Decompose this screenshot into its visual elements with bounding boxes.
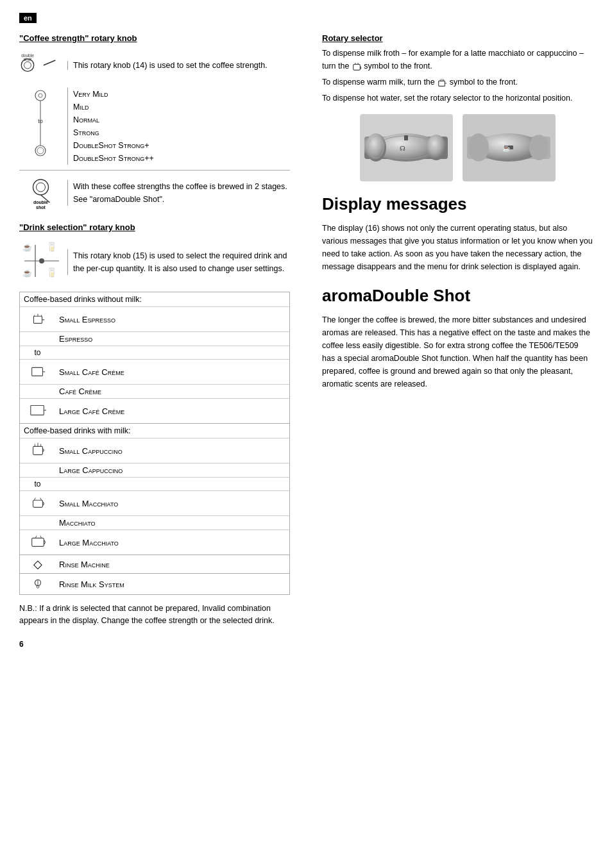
coffee-strength-title: "Coffee strength" rotary knob	[19, 33, 290, 43]
drink-selection-section: "Drink selection" rotary knob ☕ 🥛 ☕	[19, 222, 290, 627]
svg-point-65	[529, 135, 548, 160]
large-macchiato-name: Large Macchiato	[55, 536, 289, 549]
aroma-double-shot-text: The longer the coffee is brewed, the mor…	[322, 313, 593, 390]
svg-rect-31	[30, 405, 44, 415]
svg-text:☊: ☊	[400, 145, 405, 152]
small-cafe-creme-row: Small Café Crème	[20, 360, 289, 385]
large-cafe-creme-name: Large Café Crème	[55, 405, 289, 418]
very-mild: Very Mild	[73, 88, 290, 101]
small-macchiato-row: Small Macchiato	[20, 491, 289, 516]
large-cappuccino-icon	[20, 469, 55, 472]
svg-text:shot: shot	[36, 205, 46, 210]
drinks-no-milk-section: Coffee-based drinks without milk: Small …	[19, 292, 290, 424]
right-column: Rotary selector To dispense milk froth –…	[316, 33, 593, 649]
normal: Normal	[73, 113, 290, 126]
svg-rect-46	[353, 64, 361, 70]
svg-point-64	[468, 133, 489, 162]
small-cappuccino-icon	[20, 438, 55, 463]
rinse-milk-row: Rinse Milk System	[19, 574, 290, 595]
small-cafe-creme-icon	[20, 360, 55, 384]
cafe-creme-name: Café Crème	[55, 385, 289, 398]
milk-header: Coffee-based drinks with milk:	[20, 424, 289, 438]
large-macchiato-row: Large Macchiato	[20, 530, 289, 555]
svg-rect-37	[33, 500, 42, 507]
svg-rect-60	[404, 135, 408, 140]
svg-text:to: to	[38, 118, 43, 124]
small-espresso-name: Small Espresso	[55, 313, 289, 326]
double-shot-icon: double shot	[19, 174, 61, 211]
svg-point-1	[24, 62, 31, 69]
svg-text:☕: ☕	[22, 268, 32, 278]
strong: Strong	[73, 126, 290, 139]
doubleshot-strong-plusplus: DoubleShot Strong++	[73, 152, 290, 165]
rinse-milk-name: Rinse Milk System	[55, 578, 289, 591]
svg-text:double: double	[33, 200, 48, 204]
small-macchiato-icon	[20, 491, 55, 515]
cafe-creme-icon	[20, 390, 55, 394]
drink-sel-intro-row: ☕ 🥛 ☕ 🥛 This rotary knob (15)	[19, 238, 290, 285]
espresso-row: Espresso	[20, 332, 289, 346]
mild: Mild	[73, 101, 290, 113]
coffee-strength-section: "Coffee strength" rotary knob double sho…	[19, 33, 290, 211]
small-cafe-creme-name: Small Café Crème	[55, 365, 289, 379]
rinse-machine-row: ◇ Rinse Machine	[19, 555, 290, 574]
rotary-selector-p2: To dispense warm milk, turn the symbol t…	[322, 76, 593, 88]
display-messages-title: Display messages	[322, 194, 593, 214]
macchiato-name: Macchiato	[55, 516, 289, 530]
small-espresso-row: Small Espresso	[20, 307, 289, 332]
drinks-milk-section: Coffee-based drinks with milk: Small Cap…	[19, 424, 290, 555]
small-cappuccino-name: Small Cappuccino	[55, 444, 289, 458]
svg-rect-33	[33, 446, 42, 455]
no-milk-header: Coffee-based drinks without milk:	[20, 292, 289, 307]
lang-badge: en	[19, 13, 37, 23]
rotary-selector-section: Rotary selector To dispense milk froth –…	[322, 33, 593, 181]
rotary-selector-title: Rotary selector	[322, 33, 593, 43]
rotary-selector-p3: To dispense hot water, set the rotary se…	[322, 92, 593, 104]
left-column: "Coffee strength" rotary knob double sho…	[19, 33, 296, 649]
strength-icons: to	[19, 88, 61, 162]
drink-sel-intro-text: This rotary knob (15) is used to select …	[67, 249, 290, 275]
drink-selection-title: "Drink selection" rotary knob	[19, 222, 290, 232]
coffee-strength-intro-row: double shot This rotary knob (14) is use…	[19, 49, 290, 81]
svg-rect-29	[31, 367, 42, 376]
svg-line-41	[35, 536, 37, 538]
large-cappuccino-name: Large Cappuccino	[55, 463, 289, 477]
rotary-selector-p1: To dispense milk froth – for example for…	[322, 47, 593, 72]
coffee-strength-intro-text: This rotary knob (14) is used to set the…	[67, 61, 290, 70]
rinse-machine-icon: ◇	[20, 555, 55, 573]
to-row-1: to	[20, 346, 289, 360]
aroma-double-shot-title: aromaDouble Shot	[322, 286, 593, 306]
large-cafe-creme-row: Large Café Crème	[20, 399, 289, 423]
knob-image-left: ☊	[360, 114, 453, 181]
espresso-name: Espresso	[55, 332, 289, 346]
rinse-milk-icon	[20, 574, 55, 594]
svg-point-57	[366, 133, 386, 162]
espresso-icon	[20, 337, 55, 341]
strength-levels-row: to Very Mild Mild Normal Strong DoubleSh…	[19, 88, 290, 165]
cafe-creme-row: Café Crème	[20, 385, 289, 399]
small-macchiato-name: Small Macchiato	[55, 497, 289, 510]
small-cappuccino-row: Small Cappuccino	[20, 438, 289, 463]
large-cappuccino-row: Large Cappuccino	[20, 463, 289, 478]
svg-point-6	[35, 90, 46, 101]
svg-text:shot: shot	[24, 57, 31, 62]
double-shot-note-text: With these coffee strengths the coffee i…	[67, 180, 290, 206]
to-row-2: to	[20, 478, 289, 491]
svg-point-13	[36, 183, 45, 192]
knob-images: ☊	[322, 114, 593, 181]
display-messages-text: The display (16) shows not only the curr…	[322, 222, 593, 273]
svg-text:☕: ☕	[22, 242, 32, 252]
svg-line-42	[40, 536, 41, 538]
strength-text: Very Mild Mild Normal Strong DoubleShot …	[67, 88, 290, 165]
to-label-2: to	[20, 478, 55, 490]
svg-text:☕: ☕	[502, 144, 511, 153]
macchiato-row: Macchiato	[20, 516, 289, 530]
svg-point-10	[35, 146, 46, 156]
double-shot-note-row: double shot With these coffee strengths …	[19, 170, 290, 211]
doubleshot-strong-plus: DoubleShot Strong+	[73, 139, 290, 152]
svg-rect-40	[31, 538, 44, 546]
svg-rect-49	[439, 81, 445, 86]
to-spacer-1	[55, 351, 289, 355]
svg-line-4	[44, 60, 55, 65]
svg-text:🥛: 🥛	[46, 242, 58, 253]
